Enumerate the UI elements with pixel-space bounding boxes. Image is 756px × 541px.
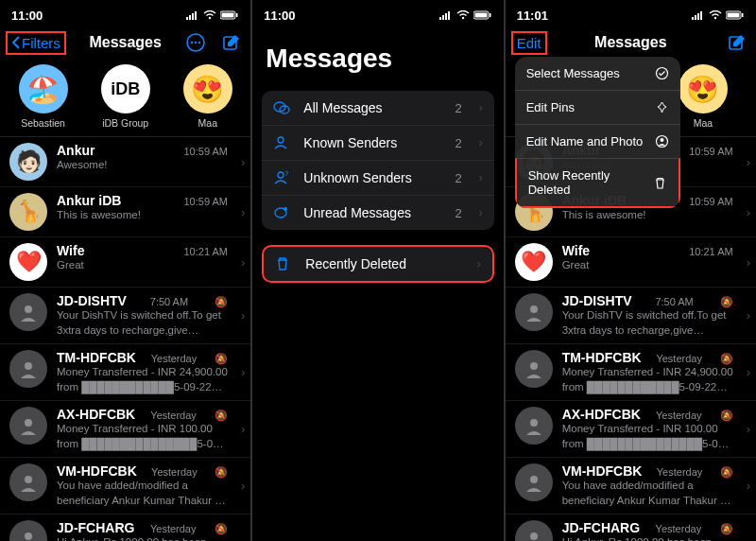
filter-unread-messages[interactable]: Unread Messages2› (262, 195, 493, 230)
avatar (515, 520, 553, 541)
thread-preview: This is awesome! (562, 208, 733, 223)
compose-button[interactable] (724, 29, 750, 56)
thread-row[interactable]: TM-HDFCBKYesterday🔕Money Transferred - I… (0, 344, 250, 401)
svg-point-37 (714, 17, 716, 19)
chevron-right-icon: › (241, 205, 245, 219)
filters-label: Filters (22, 35, 60, 51)
pinned-contact[interactable]: 😍Maa (170, 64, 246, 129)
thread-preview: Your DishTV is switched off.To get 3xtra… (57, 308, 228, 338)
svg-rect-33 (692, 17, 694, 20)
avatar: 🏖️ (19, 64, 68, 113)
thread-time: Yesterday (657, 466, 703, 478)
pinned-contact[interactable]: 🏖️Sebastien (6, 64, 81, 129)
svg-rect-20 (445, 13, 447, 20)
thread-preview: Hi Ankur, Rs.1000.00 has been added to y… (562, 535, 733, 541)
avatar: 😍 (679, 64, 728, 113)
chevron-right-icon: › (479, 206, 483, 219)
thread-time: Yesterday (656, 410, 702, 421)
filter-all-messages[interactable]: All Messages2› (262, 91, 493, 125)
status-indicators (186, 10, 239, 20)
chevron-right-icon: › (747, 308, 750, 323)
thread-row[interactable]: AX-HDFCBKYesterday🔕Money Transferred - I… (0, 401, 250, 458)
row-body: AX-HDFCBKYesterday🔕Money Transferred - I… (562, 407, 733, 451)
chevron-right-icon: › (747, 255, 750, 270)
filters-button[interactable]: Filters (6, 31, 66, 55)
filter-unknown-senders[interactable]: ?Unknown Senders2› (262, 160, 493, 195)
thread-name: Wife (562, 243, 590, 258)
row-body: VM-HDFCBKYesterday🔕You have added/modifi… (57, 463, 228, 508)
svg-rect-6 (222, 13, 234, 18)
thread-row[interactable]: 🧑🏻Ankur10:59 AMAwesome!› (0, 137, 250, 187)
status-indicators (692, 10, 745, 20)
filter-known-senders[interactable]: Known Senders2› (262, 125, 493, 160)
thread-row[interactable]: JD-DISHTV7:50 AM🔕Your DishTV is switched… (0, 288, 250, 344)
svg-text:?: ? (284, 170, 288, 178)
svg-rect-2 (192, 13, 194, 20)
page-title: Messages (252, 26, 503, 83)
thread-name: TM-HDFCBK (562, 350, 642, 365)
wifi-icon (709, 10, 722, 20)
chevron-right-icon: › (747, 422, 750, 436)
chevron-right-icon: › (747, 205, 750, 219)
menu-select-messages[interactable]: Select Messages (515, 57, 680, 90)
row-body: Wife10:21 AMGreat (57, 243, 228, 273)
thread-preview: Awesome! (57, 158, 228, 173)
svg-point-42 (530, 305, 538, 313)
chevron-right-icon: › (747, 365, 750, 379)
thread-name: AX-HDFCBK (562, 407, 641, 422)
wifi-icon (456, 10, 470, 20)
signal-icon (692, 10, 705, 20)
thread-row[interactable]: JD-FCHARGYesterday🔕Hi Ankur, Rs.1000.00 … (0, 515, 250, 541)
thread-row[interactable]: JD-DISHTV7:50 AM🔕Your DishTV is switched… (506, 288, 756, 344)
avatar: ❤️ (9, 243, 47, 281)
menu-edit-pins[interactable]: Edit Pins (515, 90, 680, 124)
chevron-right-icon: › (241, 422, 245, 436)
filter-recently-deleted[interactable]: Recently Deleted › (264, 247, 491, 281)
menu-edit-name-and-photo[interactable]: Edit Name and Photo (515, 124, 680, 158)
clock: 11:00 (264, 9, 295, 23)
thread-row[interactable]: VM-HDFCBKYesterday🔕You have added/modifi… (0, 458, 250, 515)
svg-rect-3 (195, 11, 197, 20)
thread-preview: Great (57, 258, 228, 273)
avatar: 🦒 (9, 193, 47, 231)
thread-row[interactable]: JD-FCHARGYesterday🔕Hi Ankur, Rs.1000.00 … (506, 515, 756, 541)
muted-icon: 🔕 (720, 466, 733, 479)
menu-label: Edit Name and Photo (526, 134, 644, 148)
more-button[interactable] (182, 29, 209, 56)
thread-preview: Hi Ankur, Rs.1000.00 has been added to y… (57, 535, 228, 541)
menu-show-recently-deleted[interactable]: Show Recently Deleted (515, 158, 680, 208)
thread-preview: You have added/modified a beneficiary An… (562, 479, 733, 508)
chevron-right-icon: › (747, 155, 750, 169)
filter-label: Recently Deleted (305, 256, 459, 271)
svg-point-11 (198, 42, 200, 44)
unknown-icon: ? (273, 170, 292, 185)
edit-button[interactable]: Edit (511, 31, 547, 55)
row-body: JD-FCHARGYesterday🔕Hi Ankur, Rs.1000.00 … (57, 520, 228, 541)
chevron-right-icon: › (479, 171, 483, 184)
thread-time: 7:50 AM (150, 296, 188, 307)
svg-point-44 (530, 419, 538, 427)
svg-point-9 (191, 42, 193, 44)
thread-row[interactable]: ❤️Wife10:21 AMGreat› (0, 237, 250, 288)
nav-bar: Filters Messages (0, 26, 250, 59)
thread-time: Yesterday (151, 466, 198, 478)
thread-row[interactable]: AX-HDFCBKYesterday🔕Money Transferred - I… (506, 401, 756, 458)
avatar: 😍 (183, 64, 232, 113)
svg-point-17 (25, 532, 32, 540)
svg-rect-35 (697, 13, 699, 20)
avatar (9, 463, 47, 501)
pinned-contact[interactable]: iDBiDB Group (88, 64, 163, 129)
thread-name: JD-DISHTV (562, 293, 632, 308)
compose-button[interactable] (218, 29, 245, 56)
thread-row[interactable]: TM-HDFCBKYesterday🔕Money Transferred - I… (506, 344, 756, 401)
thread-time: 10:59 AM (184, 146, 228, 157)
thread-time: Yesterday (150, 523, 197, 534)
row-body: VM-HDFCBKYesterday🔕You have added/modifi… (562, 463, 733, 508)
muted-icon: 🔕 (215, 353, 228, 365)
thread-row[interactable]: 🦒Ankur iDB10:59 AMThis is awesome!› (0, 187, 250, 237)
svg-rect-25 (490, 13, 491, 17)
battery-icon (220, 10, 239, 20)
thread-row[interactable]: VM-HDFCBKYesterday🔕You have added/modifi… (506, 458, 756, 515)
thread-name: Ankur (57, 143, 94, 158)
thread-row[interactable]: ❤️Wife10:21 AMGreat› (506, 237, 756, 288)
